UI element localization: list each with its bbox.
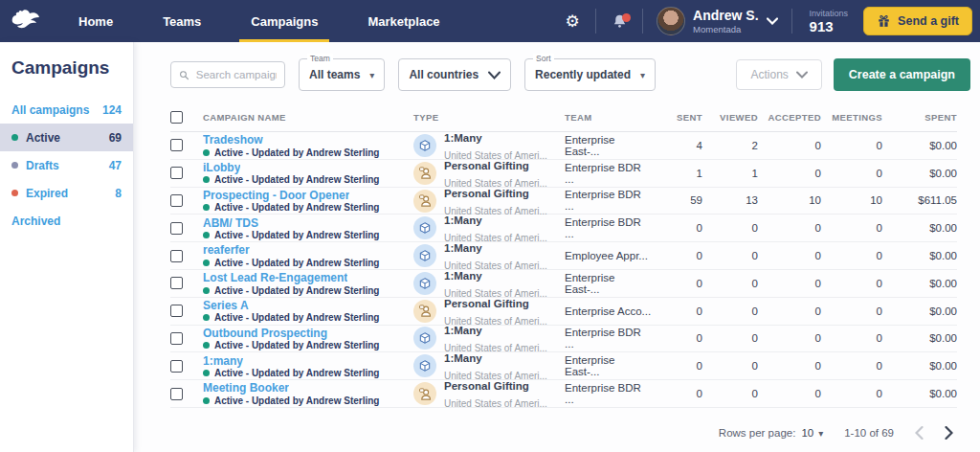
invitations-counter: Invitations 913 <box>798 9 860 34</box>
accepted-cell: 0 <box>758 332 821 344</box>
campaign-name-link[interactable]: reaferfer <box>203 243 250 257</box>
type-icon-circle <box>413 216 436 239</box>
header-viewed: VIEWED <box>702 112 758 123</box>
type-title: Personal Gifting <box>444 380 529 392</box>
divider <box>595 9 596 34</box>
nav-item-teams[interactable]: Teams <box>138 0 226 42</box>
sent-cell: 0 <box>653 305 702 317</box>
campaign-name-link[interactable]: Series A <box>203 299 249 312</box>
campaign-status: Active - Updated by Andrew Sterling <box>203 340 413 350</box>
active-status-dot-icon <box>203 149 210 156</box>
sent-cell: 4 <box>653 140 702 151</box>
rows-per-page-select[interactable]: 10 ▾ <box>801 427 823 439</box>
sidebar-item-label: Expired <box>26 187 68 200</box>
row-checkbox[interactable] <box>170 167 183 179</box>
header-accepted: ACCEPTED <box>758 112 821 123</box>
search-input[interactable] <box>196 69 277 80</box>
row-checkbox[interactable] <box>170 250 183 262</box>
campaign-name-link[interactable]: Outbound Prospecting <box>203 327 327 340</box>
campaign-name-link[interactable]: Lost Lead Re-Engagement <box>203 271 347 284</box>
brand-logo[interactable] <box>0 0 54 42</box>
row-checkbox[interactable] <box>170 332 183 345</box>
team-select-label: Team <box>307 54 333 63</box>
campaign-name-link[interactable]: iLobby <box>203 161 240 174</box>
viewed-cell: 1 <box>702 168 758 179</box>
nav-item-campaigns[interactable]: Campaigns <box>226 0 343 42</box>
campaign-name-link[interactable]: ABM/ TDS <box>203 216 258 230</box>
sidebar-item-archived[interactable]: Archived <box>0 207 133 235</box>
campaign-status-text: Active - Updated by Andrew Sterling <box>214 147 379 158</box>
select-all-checkbox[interactable] <box>170 111 183 124</box>
spent-cell: $0.00 <box>882 278 957 289</box>
previous-page-button[interactable] <box>915 426 924 440</box>
divider <box>642 9 643 34</box>
meetings-cell: 0 <box>821 140 882 151</box>
viewed-cell: 0 <box>702 305 758 317</box>
team-cell: Enterprise East-... <box>565 354 653 377</box>
spent-cell: $0.00 <box>882 168 957 179</box>
sidebar-item-drafts[interactable]: Drafts 47 <box>0 151 133 179</box>
sent-cell: 0 <box>653 250 702 261</box>
row-checkbox[interactable] <box>170 139 183 151</box>
actions-button[interactable]: Actions <box>736 59 821 90</box>
notifications-button[interactable] <box>602 12 636 30</box>
row-checkbox[interactable] <box>170 194 183 207</box>
user-menu[interactable]: Andrew S. Momentada <box>649 7 785 35</box>
type-icon-circle <box>413 300 436 323</box>
sent-cell: 1 <box>653 168 702 179</box>
row-checkbox[interactable] <box>170 388 183 400</box>
create-campaign-button[interactable]: Create a campaign <box>834 58 970 91</box>
campaigns-sidebar: Campaigns All campaigns 124 Active 69 Dr… <box>0 42 134 452</box>
navbar-right-cluster: ⚙ Andrew S. Momentada <box>555 0 980 42</box>
meetings-cell: 0 <box>821 168 882 179</box>
sidebar-item-active[interactable]: Active 69 <box>0 124 133 151</box>
primary-nav: Home Teams Campaigns Marketplace <box>54 0 465 42</box>
drafts-status-dot-icon <box>11 162 18 169</box>
type-title: 1:Many <box>444 242 482 254</box>
header-type: TYPE <box>413 112 565 123</box>
active-status-dot-icon <box>203 232 210 238</box>
nav-item-home[interactable]: Home <box>54 0 138 42</box>
campaign-name-link[interactable]: Prospecting - Door Opener <box>203 189 349 202</box>
row-checkbox[interactable] <box>170 305 183 317</box>
nav-item-marketplace[interactable]: Marketplace <box>343 0 464 42</box>
sidebar-item-label: Drafts <box>26 159 59 172</box>
type-title: Personal Gifting <box>444 160 529 171</box>
campaign-name-link[interactable]: Meeting Booker <box>203 381 289 395</box>
accepted-cell: 0 <box>758 250 821 261</box>
row-checkbox[interactable] <box>170 360 183 373</box>
user-org: Momentada <box>693 24 758 34</box>
sort-select[interactable]: Sort Recently updated ▾ <box>524 58 656 91</box>
accepted-cell: 0 <box>758 360 821 372</box>
sidebar-item-all-campaigns[interactable]: All campaigns 124 <box>0 96 133 124</box>
sent-cell: 0 <box>653 222 702 234</box>
table-row[interactable]: Meeting Booker Active - Updated by Andre… <box>170 380 957 408</box>
next-page-button[interactable] <box>945 426 953 440</box>
viewed-cell: 0 <box>702 278 758 289</box>
type-icon-circle <box>413 272 436 295</box>
send-a-gift-button[interactable]: Send a gift <box>863 7 972 35</box>
campaigns-table: CAMPAIGN NAME TYPE TEAM SENT VIEWED ACCE… <box>170 103 957 414</box>
sidebar-item-expired[interactable]: Expired 8 <box>0 179 133 207</box>
campaign-name-link[interactable]: Tradeshow <box>203 133 263 147</box>
campaign-status: Active - Updated by Andrew Sterling <box>203 285 413 296</box>
team-cell: Enterprise BDR ... <box>565 382 653 405</box>
accepted-cell: 0 <box>758 305 821 317</box>
type-icon-circle <box>413 134 436 157</box>
campaign-name-link[interactable]: 1:many <box>203 354 243 368</box>
settings-button[interactable]: ⚙ <box>555 13 590 30</box>
countries-select[interactable]: All countries <box>398 58 511 91</box>
invitations-count: 913 <box>810 18 849 34</box>
search-field[interactable] <box>170 61 285 88</box>
viewed-cell: 13 <box>702 194 758 206</box>
invitations-label: Invitations <box>810 9 849 18</box>
top-navbar: Home Teams Campaigns Marketplace ⚙ And <box>0 0 980 42</box>
team-select[interactable]: Team All teams ▾ <box>299 58 385 91</box>
type-subtitle: United States of Ameri... <box>444 398 547 409</box>
meetings-cell: 0 <box>821 332 882 344</box>
row-checkbox[interactable] <box>170 222 183 235</box>
meetings-cell: 0 <box>821 222 882 234</box>
personal-gifting-person-icon <box>418 166 433 180</box>
type-icon-circle <box>413 327 436 350</box>
row-checkbox[interactable] <box>170 277 183 289</box>
